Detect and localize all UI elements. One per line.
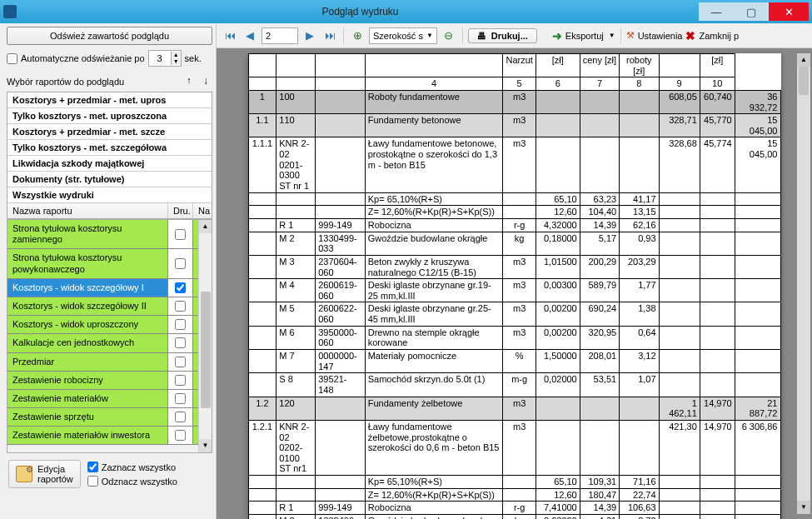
report-print-checkbox[interactable] — [175, 375, 186, 386]
deselect-all-checkbox[interactable] — [87, 476, 98, 487]
table-row: M 70000000-147Materiały pomocnicze%1,500… — [248, 350, 780, 373]
zoom-out-icon[interactable]: ⊖ — [441, 27, 457, 44]
cost-table: Narzut[zł]ceny [zł]roboty [zł][zł]456789… — [248, 53, 781, 519]
report-name: Przedmiar — [7, 353, 168, 371]
category-list: Kosztorys + przedmiar - met. uprosTylko … — [7, 92, 212, 220]
report-print-checkbox[interactable] — [175, 301, 186, 312]
spin-up-icon[interactable]: ▲ — [171, 52, 181, 58]
category-item[interactable]: Likwidacja szkody majątkowej — [7, 156, 212, 172]
table-row: M 32370604-060Beton zwykły z kruszywa na… — [248, 255, 780, 278]
page-number-input[interactable] — [262, 27, 298, 44]
table-row: M 21330499-033Gwoździe budowlane okrągłe… — [248, 514, 780, 519]
report-print-checkbox[interactable] — [175, 258, 186, 269]
table-row: Z= 12,60%(R+Kp(R)+S+Kp(S))12,60180,4722,… — [248, 488, 780, 502]
report-row[interactable]: Strona tytułowa kosztorysu powykonawczeg… — [7, 249, 212, 278]
category-item[interactable]: Dokumenty (str. tytułowe) — [7, 172, 212, 187]
move-up-icon[interactable]: ↑ — [182, 75, 196, 88]
page-preview: Narzut[zł]ceny [zł]roboty [zł][zł]456789… — [248, 53, 781, 519]
report-row[interactable]: Zestawienie sprzętu — [7, 408, 212, 427]
category-item[interactable]: Tylko kosztorys - met. uproszczona — [7, 108, 212, 124]
table-row: M 63950000-060Drewno na stemple okrągłe … — [248, 326, 780, 349]
scroll-down-icon[interactable]: ▼ — [199, 439, 212, 452]
table-row: 1100Roboty fundamentowem3608,0560,74036 … — [248, 90, 780, 113]
table-row: R 1999-149Robociznar-g4,3200014,3962,16 — [248, 218, 780, 232]
table-row: 1.1.1KNR 2-02 0201-0300 ST nr 1Ławy fund… — [248, 137, 780, 192]
minimize-button[interactable]: — — [699, 2, 734, 21]
report-row[interactable]: Strona tytułowa kosztorysu zamiennego — [7, 220, 212, 249]
table-row: Kp= 65,10%(R+S)65,1063,2341,17 — [248, 192, 780, 206]
category-item[interactable]: Tylko kosztorys - met. szczegółowa — [7, 140, 212, 156]
table-row: R 1999-149Robociznar-g7,4100014,39106,63 — [248, 502, 780, 515]
report-row[interactable]: Kosztorys - widok szczegółowy II — [7, 297, 212, 316]
report-print-checkbox[interactable] — [175, 337, 186, 348]
report-print-checkbox[interactable] — [175, 412, 186, 422]
report-row[interactable]: Zestawienie materiałów — [7, 390, 212, 408]
table-row: M 52600622-060Deski iglaste obrzynane gr… — [248, 302, 780, 326]
deselect-all-label: Odznacz wszystko — [102, 477, 177, 487]
report-print-checkbox[interactable] — [175, 229, 186, 240]
report-name: Kosztorys - widok szczegółowy I — [7, 279, 168, 297]
edit-reports-button[interactable]: Edycja raportów — [8, 460, 81, 488]
edit-icon — [16, 466, 32, 482]
table-row: 1.2120Fundamenty żelbetowem31 462,1114,9… — [248, 397, 780, 420]
report-print-checkbox[interactable] — [175, 357, 186, 367]
table-row: 1.2.1KNR 2-02 0202-0100 ST nr1Ławy funda… — [248, 420, 780, 475]
move-down-icon[interactable]: ↓ — [199, 75, 212, 88]
edit-reports-label: Edycja raportów — [37, 464, 73, 484]
report-name: Kosztorys - widok szczegółowy II — [7, 297, 168, 315]
report-print-checkbox[interactable] — [175, 430, 186, 441]
prev-page-icon[interactable]: ◀ — [242, 27, 258, 44]
report-row[interactable]: Kalkulacje cen jednostkowych — [7, 334, 212, 352]
category-item[interactable]: Kosztorys + przedmiar - met. upros — [7, 92, 212, 108]
report-name: Zestawienie robocizny — [7, 372, 168, 389]
last-page-icon[interactable]: ⏭ — [321, 27, 338, 44]
category-item[interactable]: Wszystkie wydruki — [7, 187, 212, 203]
scroll-thumb[interactable] — [201, 292, 211, 408]
print-button[interactable]: 🖶Drukuj... — [468, 28, 537, 43]
zoom-in-icon[interactable]: ⊕ — [349, 27, 366, 44]
table-row: Kp= 65,10%(R+S)65,10109,3171,16 — [248, 476, 780, 489]
preview-area: Narzut[zł]ceny [zł]roboty [zł][zł]456789… — [217, 48, 812, 519]
seconds-unit: sek. — [185, 53, 202, 63]
report-row[interactable]: Zestawienie robocizny — [7, 372, 212, 390]
report-list: Strona tytułowa kosztorysu zamiennegoStr… — [7, 220, 212, 453]
app-icon — [3, 5, 17, 18]
select-all-label: Zaznacz wszystko — [102, 462, 176, 472]
zoom-select[interactable]: Szerokość s▼ — [369, 27, 437, 44]
report-row[interactable]: Kosztorys - widok uproszczony — [7, 316, 212, 334]
export-icon: ➜ — [552, 29, 562, 42]
report-print-checkbox[interactable] — [175, 393, 186, 404]
report-print-checkbox[interactable] — [175, 282, 186, 293]
report-list-scrollbar[interactable]: ▲ ▼ — [198, 220, 212, 452]
auto-refresh-label: Automatyczne odświeżanie po — [21, 53, 145, 63]
report-row[interactable]: Zestawienie materiałów inwestora — [7, 427, 212, 445]
first-page-icon[interactable]: ⏮ — [222, 27, 238, 44]
report-row[interactable]: Przedmiar — [7, 353, 212, 372]
report-name: Zestawienie sprzętu — [7, 408, 168, 426]
report-name: Kosztorys - widok uproszczony — [7, 316, 168, 333]
report-print-checkbox[interactable] — [175, 319, 186, 330]
export-button[interactable]: ➜Eksportuj▼ — [552, 29, 615, 42]
report-name: Zestawienie materiałów — [7, 390, 168, 407]
scroll-up-icon[interactable]: ▲ — [199, 220, 212, 233]
chevron-down-icon: ▼ — [609, 32, 615, 39]
auto-refresh-checkbox[interactable] — [7, 53, 17, 64]
refresh-button[interactable]: Odśwież zawartość podglądu — [7, 27, 212, 45]
window-close-button[interactable]: ✕ — [769, 2, 809, 21]
report-name: Zestawienie materiałów inwestora — [7, 427, 168, 444]
table-row: M 42600619-060Deski iglaste obrzynane gr… — [248, 279, 780, 302]
maximize-button[interactable]: ▢ — [734, 2, 769, 21]
close-preview-button[interactable]: ✖Zamknij p — [685, 29, 739, 42]
report-row[interactable]: Kosztorys - widok szczegółowy I — [7, 279, 212, 297]
settings-button[interactable]: ⚒Ustawienia — [626, 30, 683, 41]
select-all-checkbox[interactable] — [87, 462, 98, 472]
table-row: M 21330499-033Gwoździe budowlane okrągłe… — [248, 232, 780, 255]
printer-icon: 🖶 — [477, 31, 486, 41]
next-page-icon[interactable]: ▶ — [301, 27, 318, 44]
spin-down-icon[interactable]: ▼ — [171, 58, 181, 65]
reports-label: Wybór raportów do podglądu — [7, 77, 124, 87]
category-item[interactable]: Kosztorys + przedmiar - met. szcze — [7, 124, 212, 140]
auto-refresh-seconds[interactable]: 3 ▲▼ — [148, 50, 182, 67]
sidebar: Odśwież zawartość podglądu Automatyczne … — [0, 23, 217, 519]
preview-vertical-scrollbar[interactable]: ▲ ▼ — [797, 53, 810, 514]
